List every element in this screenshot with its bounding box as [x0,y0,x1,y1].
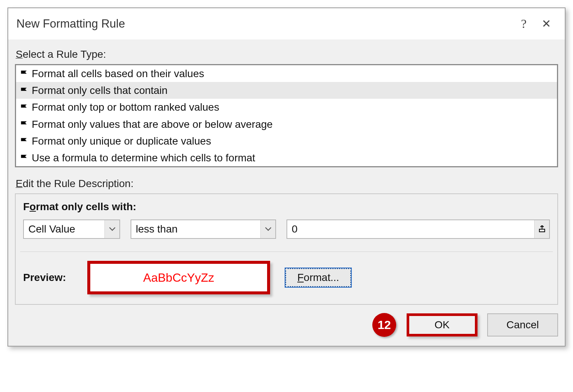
ok-button[interactable]: OK [407,313,478,336]
new-formatting-rule-dialog: New Formatting Rule ? ✕ Select a Rule Ty… [7,7,566,347]
rule-type-label: Format all cells based on their values [32,66,204,81]
flag-icon [21,104,29,110]
edit-rule-description-label: Edit the Rule Description: [16,178,558,190]
dialog-content: Select a Rule Type: Format all cells bas… [8,39,565,346]
rule-description-panel: Format only cells with: Cell Value less … [15,193,558,305]
rule-type-item[interactable]: Format all cells based on their values [16,65,557,82]
svg-rect-0 [539,229,544,232]
rule-type-item[interactable]: Format only cells that contain [16,82,557,99]
collapse-dialog-icon[interactable] [534,220,549,238]
rule-type-item[interactable]: Format only values that are above or bel… [16,116,557,133]
flag-icon [21,137,29,144]
preview-label: Preview: [23,272,79,284]
preview-row: Preview: AaBbCcYyZz Format... [23,261,550,294]
operator-combo[interactable]: less than [131,219,276,239]
rule-type-label: Format only unique or duplicate values [32,134,211,148]
dialog-title: New Formatting Rule [16,17,513,31]
preview-sample: AaBbCcYyZz [87,261,270,294]
cancel-button[interactable]: Cancel [487,313,558,336]
step-badge: 12 [372,313,396,337]
flag-icon [21,70,29,76]
combo-label: less than [136,223,260,235]
format-button[interactable]: Format... [285,268,351,287]
dialog-footer: 12 OK Cancel [15,313,558,337]
rule-type-label: Format only values that are above or bel… [32,117,273,132]
chevron-down-icon [104,220,119,238]
rule-type-item[interactable]: Format only top or bottom ranked values [16,99,557,116]
value-input-wrap [286,219,550,239]
format-only-cells-with-label: Format only cells with: [23,201,550,213]
flag-icon [21,154,29,161]
combo-label: Cell Value [28,223,104,235]
rule-type-list[interactable]: Format all cells based on their values F… [15,64,558,167]
close-icon[interactable]: ✕ [535,18,557,29]
divider [20,252,553,252]
select-rule-type-label: Select a Rule Type: [16,48,558,60]
rule-type-item[interactable]: Format only unique or duplicate values [16,133,557,149]
chevron-down-icon [260,220,275,238]
rule-type-item[interactable]: Use a formula to determine which cells t… [16,149,557,166]
flag-icon [21,121,29,127]
rule-type-label: Format only cells that contain [32,83,167,98]
titlebar: New Formatting Rule ? ✕ [8,8,565,39]
help-icon[interactable]: ? [513,18,535,30]
rule-type-label: Use a formula to determine which cells t… [32,151,255,165]
cell-value-combo[interactable]: Cell Value [23,219,120,239]
flag-icon [21,87,29,94]
condition-controls: Cell Value less than [23,219,550,239]
rule-type-label: Format only top or bottom ranked values [32,100,219,114]
threshold-input[interactable] [287,220,534,238]
